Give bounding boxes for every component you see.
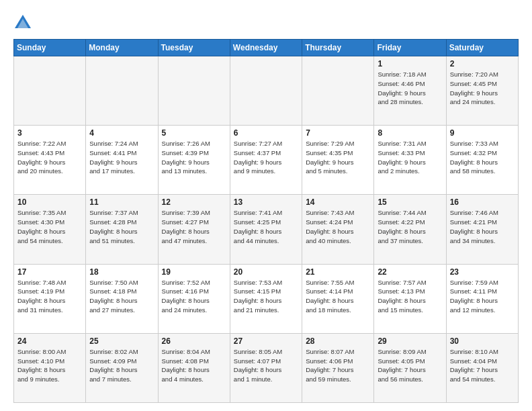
day-number: 19: [162, 267, 226, 277]
day-number: 7: [306, 128, 370, 138]
day-number: 13: [234, 197, 298, 207]
day-cell: 3Sunrise: 7:22 AM Sunset: 4:43 PM Daylig…: [14, 126, 86, 195]
day-info: Sunrise: 7:43 AM Sunset: 4:24 PM Dayligh…: [306, 208, 370, 245]
header-day-friday: Friday: [374, 40, 446, 56]
day-cell: 12Sunrise: 7:39 AM Sunset: 4:27 PM Dayli…: [158, 195, 230, 264]
day-info: Sunrise: 7:26 AM Sunset: 4:39 PM Dayligh…: [162, 139, 226, 176]
day-info: Sunrise: 7:50 AM Sunset: 4:18 PM Dayligh…: [89, 278, 154, 315]
day-cell: 18Sunrise: 7:50 AM Sunset: 4:18 PM Dayli…: [86, 264, 158, 333]
day-info: Sunrise: 8:10 AM Sunset: 4:04 PM Dayligh…: [450, 347, 515, 384]
header-row: SundayMondayTuesdayWednesdayThursdayFrid…: [14, 40, 519, 56]
day-cell: 1Sunrise: 7:18 AM Sunset: 4:46 PM Daylig…: [374, 56, 446, 126]
week-row-3: 17Sunrise: 7:48 AM Sunset: 4:19 PM Dayli…: [14, 264, 519, 333]
day-info: Sunrise: 7:18 AM Sunset: 4:46 PM Dayligh…: [378, 70, 442, 107]
day-number: 3: [17, 128, 82, 138]
day-cell: 21Sunrise: 7:55 AM Sunset: 4:14 PM Dayli…: [302, 264, 374, 333]
day-info: Sunrise: 8:07 AM Sunset: 4:06 PM Dayligh…: [306, 347, 370, 384]
day-number: 5: [162, 128, 226, 138]
day-cell: 29Sunrise: 8:09 AM Sunset: 4:05 PM Dayli…: [374, 333, 446, 402]
day-cell: 11Sunrise: 7:37 AM Sunset: 4:28 PM Dayli…: [86, 195, 158, 264]
header-day-monday: Monday: [86, 40, 158, 56]
day-cell: 10Sunrise: 7:35 AM Sunset: 4:30 PM Dayli…: [14, 195, 86, 264]
day-info: Sunrise: 7:27 AM Sunset: 4:37 PM Dayligh…: [234, 139, 298, 176]
day-number: 24: [17, 336, 82, 346]
header-day-saturday: Saturday: [446, 40, 518, 56]
day-cell: [14, 56, 86, 126]
day-number: 14: [306, 197, 370, 207]
day-cell: 22Sunrise: 7:57 AM Sunset: 4:13 PM Dayli…: [374, 264, 446, 333]
day-number: 20: [234, 267, 298, 277]
page: SundayMondayTuesdayWednesdayThursdayFrid…: [0, 0, 532, 411]
day-cell: 5Sunrise: 7:26 AM Sunset: 4:39 PM Daylig…: [158, 126, 230, 195]
day-number: 16: [450, 197, 515, 207]
day-number: 29: [378, 336, 442, 346]
day-cell: 25Sunrise: 8:02 AM Sunset: 4:09 PM Dayli…: [86, 333, 158, 402]
day-cell: 28Sunrise: 8:07 AM Sunset: 4:06 PM Dayli…: [302, 333, 374, 402]
day-number: 22: [378, 267, 442, 277]
day-info: Sunrise: 8:09 AM Sunset: 4:05 PM Dayligh…: [378, 347, 442, 384]
header-day-tuesday: Tuesday: [158, 40, 230, 56]
day-info: Sunrise: 7:22 AM Sunset: 4:43 PM Dayligh…: [17, 139, 82, 176]
day-cell: [86, 56, 158, 126]
week-row-4: 24Sunrise: 8:00 AM Sunset: 4:10 PM Dayli…: [14, 333, 519, 402]
day-cell: [230, 56, 302, 126]
calendar-table: SundayMondayTuesdayWednesdayThursdayFrid…: [13, 39, 519, 403]
day-info: Sunrise: 7:33 AM Sunset: 4:32 PM Dayligh…: [450, 139, 515, 176]
day-cell: 8Sunrise: 7:31 AM Sunset: 4:33 PM Daylig…: [374, 126, 446, 195]
day-number: 12: [162, 197, 226, 207]
day-number: 1: [378, 59, 442, 68]
day-number: 27: [234, 336, 298, 346]
day-number: 8: [378, 128, 442, 138]
day-info: Sunrise: 7:53 AM Sunset: 4:15 PM Dayligh…: [234, 278, 298, 315]
day-cell: 6Sunrise: 7:27 AM Sunset: 4:37 PM Daylig…: [230, 126, 302, 195]
day-info: Sunrise: 7:48 AM Sunset: 4:19 PM Dayligh…: [17, 278, 82, 315]
day-cell: 2Sunrise: 7:20 AM Sunset: 4:45 PM Daylig…: [446, 56, 518, 126]
day-info: Sunrise: 7:55 AM Sunset: 4:14 PM Dayligh…: [306, 278, 370, 315]
day-info: Sunrise: 7:44 AM Sunset: 4:22 PM Dayligh…: [378, 208, 442, 245]
day-cell: 30Sunrise: 8:10 AM Sunset: 4:04 PM Dayli…: [446, 333, 518, 402]
day-info: Sunrise: 7:46 AM Sunset: 4:21 PM Dayligh…: [450, 208, 515, 245]
day-number: 4: [89, 128, 154, 138]
day-info: Sunrise: 7:35 AM Sunset: 4:30 PM Dayligh…: [17, 208, 82, 245]
day-info: Sunrise: 7:57 AM Sunset: 4:13 PM Dayligh…: [378, 278, 442, 315]
header-day-wednesday: Wednesday: [230, 40, 302, 56]
day-number: 25: [89, 336, 154, 346]
day-info: Sunrise: 8:05 AM Sunset: 4:07 PM Dayligh…: [234, 347, 298, 384]
day-cell: 27Sunrise: 8:05 AM Sunset: 4:07 PM Dayli…: [230, 333, 302, 402]
day-cell: 19Sunrise: 7:52 AM Sunset: 4:16 PM Dayli…: [158, 264, 230, 333]
day-number: 11: [89, 197, 154, 207]
day-number: 26: [162, 336, 226, 346]
day-info: Sunrise: 7:31 AM Sunset: 4:33 PM Dayligh…: [378, 139, 442, 176]
day-info: Sunrise: 7:39 AM Sunset: 4:27 PM Dayligh…: [162, 208, 226, 245]
day-number: 10: [17, 197, 82, 207]
day-number: 21: [306, 267, 370, 277]
day-cell: [158, 56, 230, 126]
day-cell: 4Sunrise: 7:24 AM Sunset: 4:41 PM Daylig…: [86, 126, 158, 195]
day-cell: 23Sunrise: 7:59 AM Sunset: 4:11 PM Dayli…: [446, 264, 518, 333]
day-cell: 9Sunrise: 7:33 AM Sunset: 4:32 PM Daylig…: [446, 126, 518, 195]
day-info: Sunrise: 7:59 AM Sunset: 4:11 PM Dayligh…: [450, 278, 515, 315]
day-cell: 24Sunrise: 8:00 AM Sunset: 4:10 PM Dayli…: [14, 333, 86, 402]
day-number: 28: [306, 336, 370, 346]
logo-icon: [13, 13, 32, 32]
week-row-1: 3Sunrise: 7:22 AM Sunset: 4:43 PM Daylig…: [14, 126, 519, 195]
day-cell: [302, 56, 374, 126]
day-cell: 14Sunrise: 7:43 AM Sunset: 4:24 PM Dayli…: [302, 195, 374, 264]
day-number: 23: [450, 267, 515, 277]
day-info: Sunrise: 8:02 AM Sunset: 4:09 PM Dayligh…: [89, 347, 154, 384]
week-row-2: 10Sunrise: 7:35 AM Sunset: 4:30 PM Dayli…: [14, 195, 519, 264]
header: [13, 11, 519, 32]
day-info: Sunrise: 7:52 AM Sunset: 4:16 PM Dayligh…: [162, 278, 226, 315]
day-number: 15: [378, 197, 442, 207]
day-info: Sunrise: 7:37 AM Sunset: 4:28 PM Dayligh…: [89, 208, 154, 245]
day-info: Sunrise: 8:00 AM Sunset: 4:10 PM Dayligh…: [17, 347, 82, 384]
day-number: 2: [450, 59, 515, 68]
day-info: Sunrise: 8:04 AM Sunset: 4:08 PM Dayligh…: [162, 347, 226, 384]
day-cell: 16Sunrise: 7:46 AM Sunset: 4:21 PM Dayli…: [446, 195, 518, 264]
day-cell: 20Sunrise: 7:53 AM Sunset: 4:15 PM Dayli…: [230, 264, 302, 333]
header-day-sunday: Sunday: [14, 40, 86, 56]
calendar-header: SundayMondayTuesdayWednesdayThursdayFrid…: [14, 40, 519, 56]
day-info: Sunrise: 7:24 AM Sunset: 4:41 PM Dayligh…: [89, 139, 154, 176]
header-day-thursday: Thursday: [302, 40, 374, 56]
week-row-0: 1Sunrise: 7:18 AM Sunset: 4:46 PM Daylig…: [14, 56, 519, 126]
